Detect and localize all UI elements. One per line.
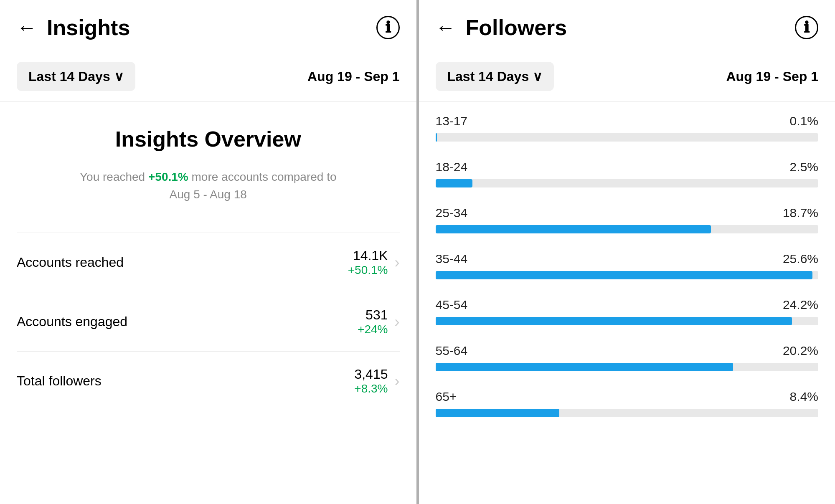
insights-date-dropdown[interactable]: Last 14 Days ∨ (17, 62, 135, 91)
metric-label: Accounts engaged (17, 314, 127, 329)
age-label: 18-24 (436, 160, 468, 174)
overview-highlight: +50.1% (148, 170, 188, 183)
bar-track (436, 133, 819, 142)
bar-fill (436, 225, 711, 233)
chevron-right-icon: › (395, 254, 400, 271)
age-label-row: 25-34 18.7% (436, 206, 819, 220)
age-percent: 8.4% (785, 390, 818, 404)
age-group-row: 65+ 8.4% (436, 390, 819, 417)
followers-date-filter-row: Last 14 Days ∨ Aug 19 - Sep 1 (419, 52, 835, 101)
metric-value-group: 3,415 +8.3% › (354, 367, 399, 395)
insights-overview-title: Insights Overview (17, 127, 400, 152)
insights-date-range: Aug 19 - Sep 1 (307, 69, 400, 84)
followers-header-left: ← Followers (436, 15, 567, 40)
metric-row[interactable]: Accounts engaged 531 +24% › (17, 292, 400, 351)
age-label-row: 45-54 24.2% (436, 298, 819, 312)
metric-change: +8.3% (354, 382, 388, 395)
insights-panel: ← Insights ℹ Last 14 Days ∨ Aug 19 - Sep… (0, 0, 416, 504)
insights-back-button[interactable]: ← (17, 18, 37, 38)
metric-values: 14.1K +50.1% (348, 248, 388, 277)
bar-track (436, 271, 819, 279)
metrics-list: Accounts reached 14.1K +50.1% › Accounts… (17, 233, 400, 410)
metric-values: 531 +24% (358, 307, 388, 336)
metric-label: Accounts reached (17, 255, 124, 270)
age-percent: 25.6% (783, 252, 818, 266)
age-group-row: 35-44 25.6% (436, 252, 819, 279)
age-label: 65+ (436, 390, 457, 404)
bar-fill (436, 133, 437, 142)
insights-content: Insights Overview You reached +50.1% mor… (0, 101, 416, 504)
age-label-row: 18-24 2.5% (436, 160, 819, 174)
age-percent: 0.1% (785, 114, 818, 128)
bar-track (436, 179, 819, 187)
bar-track (436, 225, 819, 233)
age-label-row: 65+ 8.4% (436, 390, 819, 404)
metric-row[interactable]: Accounts reached 14.1K +50.1% › (17, 233, 400, 292)
bar-track (436, 317, 819, 325)
age-percent: 24.2% (783, 298, 818, 312)
age-group-row: 25-34 18.7% (436, 206, 819, 233)
overview-subtitle-post: more accounts compared toAug 5 - Aug 18 (170, 170, 337, 201)
followers-panel: ← Followers ℹ Last 14 Days ∨ Aug 19 - Se… (419, 0, 835, 504)
followers-header: ← Followers ℹ (419, 0, 835, 52)
metric-main: 531 (358, 307, 388, 323)
insights-header-left: ← Insights (17, 15, 130, 40)
age-label: 55-64 (436, 344, 468, 358)
bar-fill (436, 179, 472, 187)
chevron-right-icon: › (395, 313, 400, 331)
metric-main: 3,415 (354, 367, 388, 382)
insights-title: Insights (47, 15, 130, 40)
age-percent: 20.2% (783, 344, 818, 358)
age-label-row: 55-64 20.2% (436, 344, 819, 358)
bar-fill (436, 363, 733, 371)
age-percent: 18.7% (783, 206, 818, 220)
metric-value-group: 531 +24% › (358, 307, 399, 336)
followers-back-button[interactable]: ← (436, 18, 456, 38)
age-label: 13-17 (436, 114, 468, 128)
followers-date-dropdown[interactable]: Last 14 Days ∨ (436, 62, 554, 91)
metric-label: Total followers (17, 373, 102, 389)
metric-row[interactable]: Total followers 3,415 +8.3% › (17, 351, 400, 410)
followers-title: Followers (466, 15, 567, 40)
age-groups-list: 13-17 0.1% 18-24 2.5% 25-34 18.7% 35-44 … (436, 114, 819, 417)
followers-content: 13-17 0.1% 18-24 2.5% 25-34 18.7% 35-44 … (419, 101, 835, 504)
insights-header: ← Insights ℹ (0, 0, 416, 52)
age-label: 25-34 (436, 206, 468, 220)
age-group-row: 45-54 24.2% (436, 298, 819, 325)
bar-track (436, 363, 819, 371)
metric-change: +24% (358, 323, 388, 336)
bar-track (436, 409, 819, 417)
age-label-row: 35-44 25.6% (436, 252, 819, 266)
bar-fill (436, 271, 812, 279)
chevron-right-icon: › (395, 372, 400, 390)
insights-overview-subtitle: You reached +50.1% more accounts compare… (17, 168, 400, 203)
age-label: 45-54 (436, 298, 468, 312)
metric-values: 3,415 +8.3% (354, 367, 388, 395)
metric-main: 14.1K (348, 248, 388, 263)
metric-change: +50.1% (348, 263, 388, 277)
followers-date-range: Aug 19 - Sep 1 (726, 69, 819, 84)
followers-info-icon[interactable]: ℹ (795, 16, 818, 39)
insights-info-icon[interactable]: ℹ (376, 16, 400, 39)
metric-value-group: 14.1K +50.1% › (348, 248, 400, 277)
age-group-row: 55-64 20.2% (436, 344, 819, 371)
age-percent: 2.5% (785, 160, 818, 174)
overview-subtitle-pre: You reached (80, 170, 148, 183)
age-group-row: 18-24 2.5% (436, 160, 819, 187)
insights-date-filter-row: Last 14 Days ∨ Aug 19 - Sep 1 (0, 52, 416, 101)
age-label-row: 13-17 0.1% (436, 114, 819, 128)
bar-fill (436, 317, 792, 325)
bar-fill (436, 409, 559, 417)
age-group-row: 13-17 0.1% (436, 114, 819, 142)
age-label: 35-44 (436, 252, 468, 266)
